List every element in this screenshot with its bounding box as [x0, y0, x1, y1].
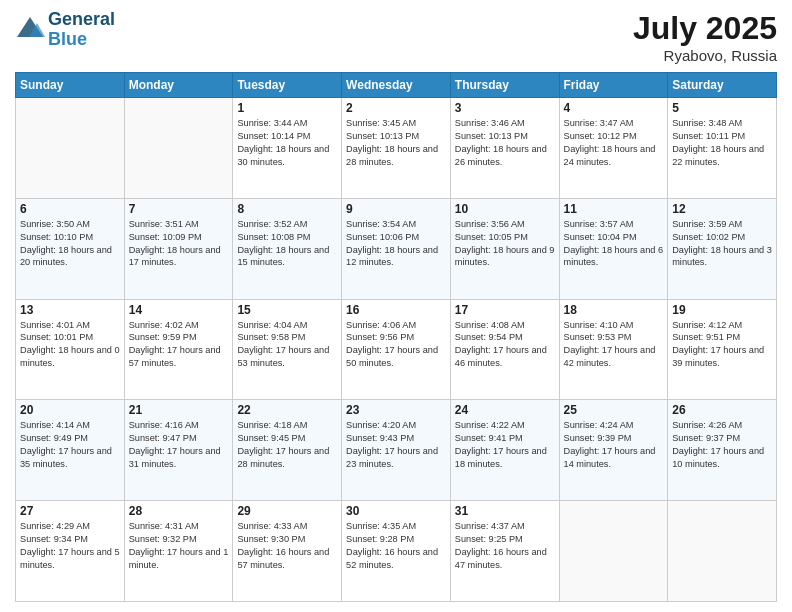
day-number: 5	[672, 101, 772, 115]
calendar-cell: 17Sunrise: 4:08 AM Sunset: 9:54 PM Dayli…	[450, 299, 559, 400]
calendar-cell: 1Sunrise: 3:44 AM Sunset: 10:14 PM Dayli…	[233, 98, 342, 199]
header: General Blue July 2025 Ryabovo, Russia	[15, 10, 777, 64]
calendar-cell: 7Sunrise: 3:51 AM Sunset: 10:09 PM Dayli…	[124, 198, 233, 299]
calendar-cell: 2Sunrise: 3:45 AM Sunset: 10:13 PM Dayli…	[342, 98, 451, 199]
calendar-cell: 26Sunrise: 4:26 AM Sunset: 9:37 PM Dayli…	[668, 400, 777, 501]
calendar-cell	[16, 98, 125, 199]
day-number: 14	[129, 303, 229, 317]
calendar-cell: 27Sunrise: 4:29 AM Sunset: 9:34 PM Dayli…	[16, 501, 125, 602]
calendar-cell: 30Sunrise: 4:35 AM Sunset: 9:28 PM Dayli…	[342, 501, 451, 602]
calendar-cell: 9Sunrise: 3:54 AM Sunset: 10:06 PM Dayli…	[342, 198, 451, 299]
cell-daylight-info: Sunrise: 4:20 AM Sunset: 9:43 PM Dayligh…	[346, 419, 446, 471]
day-number: 26	[672, 403, 772, 417]
cell-daylight-info: Sunrise: 4:31 AM Sunset: 9:32 PM Dayligh…	[129, 520, 229, 572]
cell-daylight-info: Sunrise: 3:48 AM Sunset: 10:11 PM Daylig…	[672, 117, 772, 169]
calendar-cell	[559, 501, 668, 602]
cell-daylight-info: Sunrise: 4:26 AM Sunset: 9:37 PM Dayligh…	[672, 419, 772, 471]
day-number: 8	[237, 202, 337, 216]
day-number: 7	[129, 202, 229, 216]
cell-daylight-info: Sunrise: 4:02 AM Sunset: 9:59 PM Dayligh…	[129, 319, 229, 371]
weekday-header-sunday: Sunday	[16, 73, 125, 98]
calendar-cell: 4Sunrise: 3:47 AM Sunset: 10:12 PM Dayli…	[559, 98, 668, 199]
day-number: 9	[346, 202, 446, 216]
calendar-cell	[124, 98, 233, 199]
day-number: 13	[20, 303, 120, 317]
calendar-cell	[668, 501, 777, 602]
week-row-4: 20Sunrise: 4:14 AM Sunset: 9:49 PM Dayli…	[16, 400, 777, 501]
logo: General Blue	[15, 10, 115, 50]
day-number: 16	[346, 303, 446, 317]
calendar-cell: 28Sunrise: 4:31 AM Sunset: 9:32 PM Dayli…	[124, 501, 233, 602]
cell-daylight-info: Sunrise: 4:18 AM Sunset: 9:45 PM Dayligh…	[237, 419, 337, 471]
cell-daylight-info: Sunrise: 4:14 AM Sunset: 9:49 PM Dayligh…	[20, 419, 120, 471]
weekday-header-tuesday: Tuesday	[233, 73, 342, 98]
day-number: 17	[455, 303, 555, 317]
calendar-cell: 15Sunrise: 4:04 AM Sunset: 9:58 PM Dayli…	[233, 299, 342, 400]
weekday-header-thursday: Thursday	[450, 73, 559, 98]
calendar-cell: 23Sunrise: 4:20 AM Sunset: 9:43 PM Dayli…	[342, 400, 451, 501]
day-number: 30	[346, 504, 446, 518]
cell-daylight-info: Sunrise: 4:12 AM Sunset: 9:51 PM Dayligh…	[672, 319, 772, 371]
calendar-cell: 31Sunrise: 4:37 AM Sunset: 9:25 PM Dayli…	[450, 501, 559, 602]
cell-daylight-info: Sunrise: 4:29 AM Sunset: 9:34 PM Dayligh…	[20, 520, 120, 572]
cell-daylight-info: Sunrise: 3:54 AM Sunset: 10:06 PM Daylig…	[346, 218, 446, 270]
calendar-cell: 14Sunrise: 4:02 AM Sunset: 9:59 PM Dayli…	[124, 299, 233, 400]
cell-daylight-info: Sunrise: 3:44 AM Sunset: 10:14 PM Daylig…	[237, 117, 337, 169]
cell-daylight-info: Sunrise: 4:01 AM Sunset: 10:01 PM Daylig…	[20, 319, 120, 371]
weekday-header-wednesday: Wednesday	[342, 73, 451, 98]
month-year: July 2025	[633, 10, 777, 47]
calendar-cell: 8Sunrise: 3:52 AM Sunset: 10:08 PM Dayli…	[233, 198, 342, 299]
calendar-cell: 13Sunrise: 4:01 AM Sunset: 10:01 PM Dayl…	[16, 299, 125, 400]
day-number: 24	[455, 403, 555, 417]
day-number: 3	[455, 101, 555, 115]
day-number: 15	[237, 303, 337, 317]
calendar-cell: 3Sunrise: 3:46 AM Sunset: 10:13 PM Dayli…	[450, 98, 559, 199]
day-number: 31	[455, 504, 555, 518]
week-row-2: 6Sunrise: 3:50 AM Sunset: 10:10 PM Dayli…	[16, 198, 777, 299]
title-block: July 2025 Ryabovo, Russia	[633, 10, 777, 64]
week-row-5: 27Sunrise: 4:29 AM Sunset: 9:34 PM Dayli…	[16, 501, 777, 602]
week-row-3: 13Sunrise: 4:01 AM Sunset: 10:01 PM Dayl…	[16, 299, 777, 400]
location: Ryabovo, Russia	[633, 47, 777, 64]
calendar-cell: 21Sunrise: 4:16 AM Sunset: 9:47 PM Dayli…	[124, 400, 233, 501]
weekday-header-saturday: Saturday	[668, 73, 777, 98]
cell-daylight-info: Sunrise: 4:35 AM Sunset: 9:28 PM Dayligh…	[346, 520, 446, 572]
cell-daylight-info: Sunrise: 4:08 AM Sunset: 9:54 PM Dayligh…	[455, 319, 555, 371]
week-row-1: 1Sunrise: 3:44 AM Sunset: 10:14 PM Dayli…	[16, 98, 777, 199]
calendar-cell: 12Sunrise: 3:59 AM Sunset: 10:02 PM Dayl…	[668, 198, 777, 299]
day-number: 22	[237, 403, 337, 417]
calendar-table: SundayMondayTuesdayWednesdayThursdayFrid…	[15, 72, 777, 602]
cell-daylight-info: Sunrise: 3:50 AM Sunset: 10:10 PM Daylig…	[20, 218, 120, 270]
calendar-cell: 22Sunrise: 4:18 AM Sunset: 9:45 PM Dayli…	[233, 400, 342, 501]
cell-daylight-info: Sunrise: 3:45 AM Sunset: 10:13 PM Daylig…	[346, 117, 446, 169]
weekday-header-row: SundayMondayTuesdayWednesdayThursdayFrid…	[16, 73, 777, 98]
day-number: 6	[20, 202, 120, 216]
calendar-cell: 11Sunrise: 3:57 AM Sunset: 10:04 PM Dayl…	[559, 198, 668, 299]
day-number: 18	[564, 303, 664, 317]
day-number: 19	[672, 303, 772, 317]
cell-daylight-info: Sunrise: 3:56 AM Sunset: 10:05 PM Daylig…	[455, 218, 555, 270]
logo-text: General Blue	[48, 10, 115, 50]
cell-daylight-info: Sunrise: 3:52 AM Sunset: 10:08 PM Daylig…	[237, 218, 337, 270]
day-number: 12	[672, 202, 772, 216]
cell-daylight-info: Sunrise: 3:57 AM Sunset: 10:04 PM Daylig…	[564, 218, 664, 270]
cell-daylight-info: Sunrise: 3:46 AM Sunset: 10:13 PM Daylig…	[455, 117, 555, 169]
cell-daylight-info: Sunrise: 4:22 AM Sunset: 9:41 PM Dayligh…	[455, 419, 555, 471]
calendar-cell: 24Sunrise: 4:22 AM Sunset: 9:41 PM Dayli…	[450, 400, 559, 501]
cell-daylight-info: Sunrise: 3:59 AM Sunset: 10:02 PM Daylig…	[672, 218, 772, 270]
cell-daylight-info: Sunrise: 4:04 AM Sunset: 9:58 PM Dayligh…	[237, 319, 337, 371]
logo-line1: General	[48, 10, 115, 30]
day-number: 20	[20, 403, 120, 417]
weekday-header-friday: Friday	[559, 73, 668, 98]
day-number: 21	[129, 403, 229, 417]
day-number: 23	[346, 403, 446, 417]
calendar-cell: 5Sunrise: 3:48 AM Sunset: 10:11 PM Dayli…	[668, 98, 777, 199]
calendar-cell: 6Sunrise: 3:50 AM Sunset: 10:10 PM Dayli…	[16, 198, 125, 299]
calendar-cell: 25Sunrise: 4:24 AM Sunset: 9:39 PM Dayli…	[559, 400, 668, 501]
day-number: 11	[564, 202, 664, 216]
cell-daylight-info: Sunrise: 4:33 AM Sunset: 9:30 PM Dayligh…	[237, 520, 337, 572]
calendar-cell: 29Sunrise: 4:33 AM Sunset: 9:30 PM Dayli…	[233, 501, 342, 602]
cell-daylight-info: Sunrise: 4:10 AM Sunset: 9:53 PM Dayligh…	[564, 319, 664, 371]
cell-daylight-info: Sunrise: 3:47 AM Sunset: 10:12 PM Daylig…	[564, 117, 664, 169]
day-number: 25	[564, 403, 664, 417]
